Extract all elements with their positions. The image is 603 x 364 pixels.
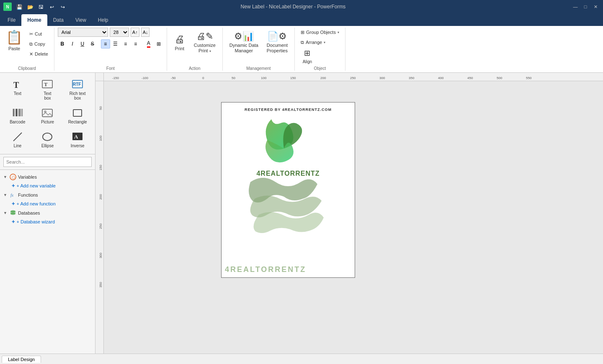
rectangle-tool-icon [72,107,83,119]
tool-richtextbox[interactable]: RTF Rich textbox [63,76,92,103]
tab-label-design[interactable]: Label Design [2,356,41,363]
print-button[interactable]: 🖨 Print [170,28,189,58]
database-wizard-label: + Database wizard [17,219,55,224]
dynamic-data-manager-button[interactable]: ⚙📊 Dynamic DataManager [226,28,262,58]
tool-ellipse[interactable]: Ellipse [34,128,62,151]
tool-picture[interactable]: Picture [34,105,62,127]
customize-print-button[interactable]: 🖨✎ CustomizePrint ▾ [191,28,219,58]
app-icon: N [3,3,12,11]
copy-button[interactable]: ⧉ Copy [27,39,51,49]
document-properties-button[interactable]: 📄⚙ DocumentProperties [263,28,291,58]
print-label: Print [175,46,184,51]
tool-line[interactable]: Line [3,128,32,151]
group-objects-button[interactable]: ⊞ Group Objects ▾ [298,28,342,37]
management-group-label: Management [226,64,291,71]
arrange-arrow: ▾ [324,41,325,44]
tab-data[interactable]: Data [47,14,70,26]
font-color-button[interactable]: A [144,39,153,49]
saveas-button[interactable]: 🖫 [36,3,46,12]
strikethrough-icon: S [91,41,94,47]
minimize-button[interactable]: — [571,3,580,11]
functions-label: Functions [18,192,38,197]
functions-section-header[interactable]: ▼ fx Functions [0,190,95,200]
clipboard-small-buttons: ✂ Cut ⧉ Copy ✕ Delete [27,28,51,59]
tool-text[interactable]: T Text [3,76,32,103]
line-tool-icon [12,131,23,143]
svg-rect-12 [42,109,52,117]
add-variable-button[interactable]: + + Add new variable [0,182,95,190]
font-size-decrease[interactable]: A↓ [141,28,150,37]
tab-file[interactable]: File [2,14,21,26]
ruler-vertical: 50 100 150 200 250 300 350 [95,81,104,354]
ruler-mark-h-10: 350 [409,76,414,80]
main-area: T Text T Textbox RTF Rich textbox [0,73,603,354]
align-button[interactable]: ⊞ Align [298,48,317,64]
ruler-mark-h-6: 150 [290,76,296,80]
svg-text:T: T [13,80,19,90]
canvas-content[interactable]: REGISTERED BY 4REALTORRENTZ.COM [112,90,363,354]
delete-label: Delete [35,51,48,56]
add-variable-label: + Add new variable [17,183,56,188]
variables-section-header[interactable]: ▼ ⬡ Variables [0,172,95,182]
databases-section-header[interactable]: ▼ Databases [0,208,95,218]
ruler-mark-h-1: -100 [142,76,148,80]
font-expand-button[interactable]: ⊞ [154,39,163,49]
bold-icon: B [60,41,64,47]
underline-button[interactable]: U [78,39,87,49]
justify-icon: ≡ [134,41,137,47]
tool-inverse-label: Inverse [71,144,85,148]
label-logo-svg: 4REALTORRENTZ [238,115,338,241]
align-left-button[interactable]: ≡ [101,39,110,49]
ruler-mark-v-200: 200 [99,194,103,200]
ruler-mark-h-2: -50 [171,76,176,80]
canvas-area[interactable]: -150 -100 -50 0 50 100 150 200 250 300 3… [95,73,603,354]
search-input[interactable] [3,157,92,167]
close-button[interactable]: ✕ [591,3,600,11]
tool-inverse[interactable]: A Inverse [63,128,92,151]
cut-button[interactable]: ✂ Cut [27,29,51,38]
ruler-mark-h-12: 450 [467,76,473,80]
font-name-select[interactable]: Arial [58,28,108,37]
bottom-tabs: Label Design [0,354,603,364]
ribbon-group-font: Arial 28 A↑ A↓ B I U S ≡ ☰ ≡ [54,28,167,71]
ruler-mark-v-50: 50 [99,106,103,110]
svg-text:fx: fx [10,193,14,197]
strikethrough-button[interactable]: S [88,39,97,49]
undo-button[interactable]: ↩ [47,3,57,12]
tool-picture-label: Picture [41,120,54,124]
font-size-select[interactable]: 28 [110,28,129,37]
svg-point-24 [10,213,15,215]
tool-textbox[interactable]: T Textbox [34,76,62,103]
database-wizard-button[interactable]: + + Database wizard [0,218,95,226]
maximize-button[interactable]: □ [581,3,590,11]
tool-barcode[interactable]: Barcode [3,105,32,127]
paste-button[interactable]: 📋 Paste [3,28,25,53]
align-right-button[interactable]: ≡ [121,39,130,49]
add-function-button[interactable]: + + Add new function [0,200,95,208]
italic-button[interactable]: I [68,39,77,49]
label-canvas[interactable]: REGISTERED BY 4REALTORRENTZ.COM [221,102,355,278]
svg-rect-7 [16,109,17,116]
svg-point-16 [43,133,52,141]
svg-rect-6 [15,109,15,116]
tab-view[interactable]: View [70,14,92,26]
tool-rectangle[interactable]: Rectangle [63,105,92,127]
variables-label: Variables [18,174,37,179]
save-button[interactable]: 💾 [15,3,24,12]
font-size-increase[interactable]: A↑ [131,28,139,37]
tool-text-label: Text [14,91,21,96]
arrange-button[interactable]: ⧉ Arrange ▾ [298,38,328,47]
bold-button[interactable]: B [58,39,67,49]
delete-button[interactable]: ✕ Delete [27,49,51,59]
dropdown-arrow-icon: ▾ [209,49,211,53]
redo-button[interactable]: ↪ [58,3,67,12]
svg-line-15 [13,133,22,141]
tab-home[interactable]: Home [21,14,47,26]
open-button[interactable]: 📂 [26,3,35,12]
tab-help[interactable]: Help [92,14,114,26]
canvas-scroll-area[interactable]: 50 100 150 200 250 300 350 REGISTERED BY… [95,81,603,354]
align-center-button[interactable]: ☰ [111,39,120,49]
group-objects-icon: ⊞ [301,30,304,35]
justify-button[interactable]: ≡ [131,39,140,49]
print-icon: 🖨 [175,34,185,44]
